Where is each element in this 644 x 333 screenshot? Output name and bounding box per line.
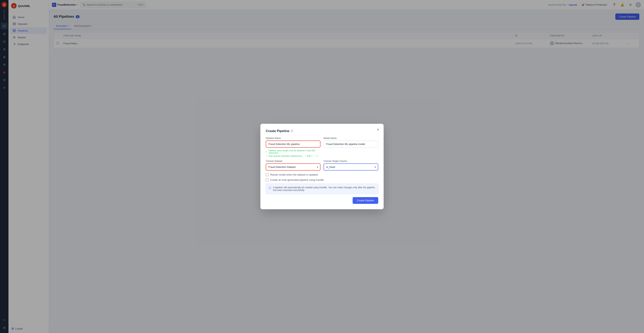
target-column-select[interactable]: is_fraud [324,163,378,171]
validation-text-1: Pipeline name length must be between 1 a… [268,149,320,154]
pipeline-name-group: Pipeline Name ✓ Pipeline name length mus… [266,137,320,157]
dataset-select-wrapper: Fraud Detection Dataset [266,163,320,171]
target-column-label: Choose Target Column [324,160,378,162]
automl-info-box: ⓘ A pipeline will automatically be creat… [266,184,378,194]
retrain-checkbox-row: Retrain model when the dataset is update… [266,173,378,176]
pipeline-name-label: Pipeline Name [266,137,320,140]
pipeline-name-input[interactable] [266,140,320,148]
model-name-input[interactable] [324,140,378,148]
validation-msg-1: ✓ Pipeline name length must be between 1… [266,149,320,154]
form-row-dataset: Choose Dataset Fraud Detection Dataset C… [266,160,378,171]
dataset-label: Choose Dataset [266,160,320,162]
validation-messages: ✓ Pipeline name length must be between 1… [266,149,320,157]
model-name-label: Model Name [324,137,378,140]
modal-info-icon[interactable]: ⓘ [290,129,293,133]
validation-msg-2: ✓ Only special characters allowed are _ … [266,155,320,157]
modal-create-pipeline-button[interactable]: Create Pipeline [352,197,378,204]
create-pipeline-modal: Create Pipeline ⓘ ✕ Pipeline Name ✓ Pipe… [260,124,384,209]
automl-label: Create an Auto-generated pipeline using … [270,178,324,181]
validation-text-2: Only special characters allowed are _ - … [268,155,318,157]
model-name-group: Model Name [324,137,378,157]
target-column-select-wrapper: is_fraud [324,163,378,171]
modal-footer: Create Pipeline [266,197,378,204]
form-row-names: Pipeline Name ✓ Pipeline name length mus… [266,137,378,157]
automl-checkbox-row: Create an Auto-generated pipeline using … [266,178,378,181]
dataset-select[interactable]: Fraud Detection Dataset [266,163,320,171]
checkmark-icon-1: ✓ [266,151,268,153]
modal-title-text: Create Pipeline [266,129,290,133]
modal-title: Create Pipeline ⓘ [266,129,378,133]
checkmark-icon-2: ✓ [266,155,268,157]
retrain-label: Retrain model when the dataset is update… [270,173,318,176]
modal-overlay[interactable]: Create Pipeline ⓘ ✕ Pipeline Name ✓ Pipe… [0,0,644,333]
retrain-checkbox[interactable] [266,173,269,176]
dataset-group: Choose Dataset Fraud Detection Dataset [266,160,320,171]
info-box-text: A pipeline will automatically be created… [273,186,375,192]
modal-close-button[interactable]: ✕ [375,127,380,132]
info-box-icon: ⓘ [269,186,271,190]
target-column-group: Choose Target Column is_fraud [324,160,378,171]
automl-checkbox[interactable] [266,178,269,181]
